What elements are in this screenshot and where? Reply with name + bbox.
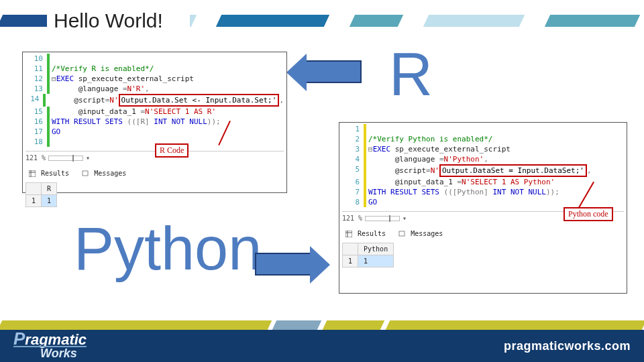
svg-rect-7: [399, 231, 405, 236]
tab-results[interactable]: Results: [342, 226, 392, 241]
tab-messages[interactable]: Messages: [78, 166, 133, 181]
arrow-left-icon: [305, 60, 362, 83]
tab-messages[interactable]: Messages: [395, 226, 449, 241]
callout-python-code: Python code: [564, 207, 613, 221]
footer: Pragmatic Works pragmaticworks.com: [0, 320, 644, 362]
results-grid: Python 11: [342, 243, 394, 267]
page-title: Hello World!: [47, 8, 190, 34]
svg-rect-3: [83, 171, 88, 176]
label-python: Python: [74, 215, 262, 284]
brand-logo: Pragmatic Works: [13, 333, 87, 359]
svg-rect-0: [29, 170, 36, 177]
code-panel-r: 1011/*Verify R is enabled*/12⊟EXEC sp_ex…: [22, 52, 287, 193]
arrow-right-icon: [255, 253, 311, 276]
code-panel-python: 12/*Verify Python is enabled*/3⊟EXEC sp_…: [339, 122, 627, 294]
results-grid: R 11: [25, 182, 57, 207]
callout-r-code: R Code: [155, 143, 189, 158]
label-r: R: [389, 40, 433, 109]
footer-url: pragmaticworks.com: [504, 339, 631, 353]
tab-results[interactable]: Results: [25, 166, 76, 181]
svg-rect-4: [345, 231, 352, 237]
